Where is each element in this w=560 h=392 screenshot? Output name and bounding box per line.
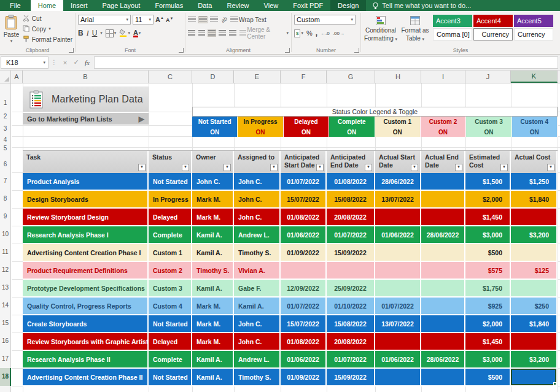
formula-input[interactable]: [94, 56, 558, 69]
header-assigned-to[interactable]: Assigned to▼: [234, 151, 281, 173]
increase-decimal-button[interactable]: ←.0: [321, 31, 330, 36]
cell-assigned[interactable]: Timothy S.: [234, 244, 281, 262]
cell-act-cost[interactable]: $1,840: [511, 191, 558, 209]
cell-status[interactable]: Not Started: [149, 173, 192, 191]
font-color-button[interactable]: A▾: [133, 29, 141, 37]
toggle-custom-3[interactable]: ON: [466, 127, 511, 137]
cell-act-cost[interactable]: $125: [511, 262, 558, 280]
cell-status[interactable]: Not Started: [149, 369, 192, 386]
cell-task[interactable]: Review Storyboard Design: [23, 209, 149, 226]
cell-act-cost[interactable]: $1,840: [511, 315, 558, 333]
format-painter-button[interactable]: Format Painter: [23, 35, 72, 44]
cell-status[interactable]: Not Started: [149, 315, 192, 333]
column-header-d[interactable]: D: [192, 71, 234, 83]
toggle-custom-4[interactable]: ON: [512, 127, 558, 137]
row-header[interactable]: 4: [0, 136, 10, 144]
cell-assigned[interactable]: Vivian A.: [234, 262, 281, 280]
increase-indent-icon[interactable]: [229, 30, 236, 36]
cell-task[interactable]: Create Storyboards: [23, 315, 149, 333]
cut-button[interactable]: Cut: [23, 14, 72, 23]
header-actual-cost[interactable]: Actual Cost▼: [511, 151, 558, 173]
cell-act-cost[interactable]: $3,200: [511, 226, 558, 244]
increase-font-icon[interactable]: A▲: [155, 16, 164, 23]
row-header[interactable]: 6: [0, 161, 10, 169]
cell-assigned[interactable]: John C.: [234, 209, 281, 226]
cell-ant-start[interactable]: 01/07/2022: [281, 173, 327, 191]
cell-status[interactable]: Delayed: [149, 333, 192, 351]
column-header-f[interactable]: F: [281, 71, 327, 83]
selected-cell-k18[interactable]: [511, 369, 558, 386]
cell-assigned[interactable]: John C.: [234, 191, 281, 209]
cell-owner[interactable]: Mark M.: [192, 333, 234, 351]
align-left-icon[interactable]: [188, 30, 195, 36]
filter-dropdown-icon[interactable]: ▼: [411, 164, 418, 171]
column-header-j[interactable]: J: [465, 71, 511, 83]
row-header[interactable]: 2: [0, 113, 10, 121]
cell-ant-end[interactable]: 15/08/2022: [327, 191, 375, 209]
cell-owner[interactable]: Kamil A.: [192, 280, 234, 298]
orientation-icon[interactable]: ab: [220, 15, 228, 24]
cell-ant-end[interactable]: 01/08/2022: [327, 173, 375, 191]
underline-button[interactable]: U: [92, 29, 98, 37]
header-status[interactable]: Status▼: [149, 151, 192, 173]
style-currency[interactable]: Currency: [514, 28, 553, 40]
cell-task[interactable]: Prototype Development Specifications: [23, 280, 149, 298]
cell-task[interactable]: Product Analysis: [23, 173, 149, 191]
cell-act-end[interactable]: [421, 315, 465, 333]
cell-est-cost[interactable]: $2,000: [465, 191, 511, 209]
cell-act-end[interactable]: [421, 298, 465, 315]
cell-ant-end[interactable]: 01/07/2022: [327, 351, 375, 369]
column-header-k-selected[interactable]: K: [511, 71, 558, 83]
tab-home[interactable]: Home: [31, 0, 63, 11]
cell-status[interactable]: Custom 1: [149, 244, 192, 262]
cell-act-cost[interactable]: [511, 333, 558, 351]
cell-act-start[interactable]: 13/07/2022: [375, 315, 421, 333]
cell-owner[interactable]: Mark M.: [192, 209, 234, 226]
cell-status[interactable]: In Progress: [149, 191, 192, 209]
column-header-c[interactable]: C: [149, 71, 192, 83]
row-header[interactable]: 17: [0, 355, 10, 363]
cell-task[interactable]: Research Analysis Phase I: [23, 226, 149, 244]
cell-owner[interactable]: Mark M.: [192, 191, 234, 209]
toggle-delayed[interactable]: ON: [284, 127, 329, 137]
cell-task[interactable]: Product Requirement Definitions: [23, 262, 149, 280]
style-accent4[interactable]: Accent4: [473, 15, 513, 27]
cell-ant-start[interactable]: 01/08/2022: [281, 333, 327, 351]
wrap-text-button[interactable]: Wrap Text: [230, 17, 266, 23]
cell-task[interactable]: Quality Control, Progress Reports: [23, 298, 149, 315]
tab-formulas[interactable]: Formulas: [147, 0, 190, 11]
toggle-in-progress[interactable]: ON: [238, 127, 283, 137]
cell-ant-start[interactable]: 15/07/2022: [281, 315, 327, 333]
cell-ant-start[interactable]: 01/06/2022: [281, 351, 327, 369]
font-size-combo[interactable]: 11▾: [133, 15, 154, 25]
toggle-not-started[interactable]: ON: [192, 127, 238, 137]
filter-dropdown-icon[interactable]: ▼: [316, 164, 324, 171]
cell-ant-end[interactable]: 01/10/2022: [327, 298, 375, 315]
cell-status[interactable]: Delayed: [149, 209, 192, 226]
cell-act-end[interactable]: [421, 369, 465, 386]
header-actual-end[interactable]: Actual End Date▼: [421, 151, 465, 173]
align-right-icon[interactable]: [208, 30, 216, 36]
align-top-icon[interactable]: [188, 17, 196, 23]
cell-ant-end[interactable]: 20/08/2022: [327, 333, 375, 351]
cell-act-start[interactable]: [375, 262, 421, 280]
cell-est-cost[interactable]: $1,450: [465, 209, 511, 226]
cell-ant-end[interactable]: [327, 262, 375, 280]
cell-est-cost[interactable]: $500: [465, 244, 511, 262]
cell-task[interactable]: Advertising Content Creation Phase I: [23, 244, 149, 262]
cell-act-start[interactable]: [375, 280, 421, 298]
tab-file[interactable]: File: [0, 0, 31, 11]
filter-dropdown-icon[interactable]: ▼: [224, 164, 231, 171]
cell-assigned[interactable]: Andrew L.: [234, 351, 281, 369]
cell-act-start[interactable]: [375, 333, 421, 351]
borders-button[interactable]: ▾: [106, 29, 117, 37]
align-center-icon[interactable]: [198, 30, 206, 36]
header-task[interactable]: Task▼: [23, 151, 149, 173]
row-header[interactable]: 11: [0, 248, 10, 256]
fill-color-button[interactable]: ▾: [119, 29, 130, 38]
column-header-g[interactable]: G: [327, 71, 375, 83]
row-header[interactable]: 8: [0, 195, 10, 203]
cell-ant-start[interactable]: [281, 262, 327, 280]
cell-owner[interactable]: Timothy S.: [192, 262, 234, 280]
header-owner[interactable]: Owner▼: [192, 151, 234, 173]
